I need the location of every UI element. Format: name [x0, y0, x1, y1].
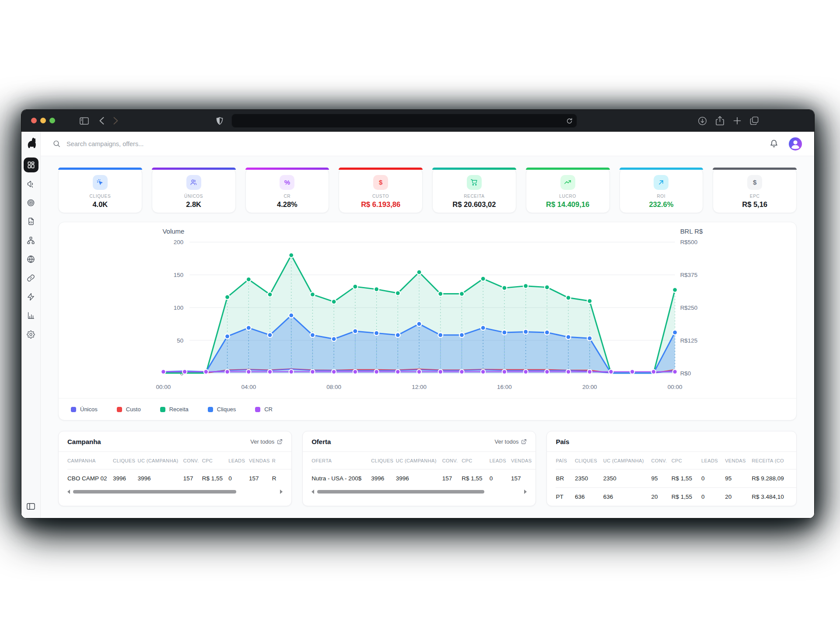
sidebar-item-automation[interactable] [24, 289, 38, 304]
scroll-left-icon[interactable] [67, 490, 70, 494]
sidebar-item-flows[interactable] [24, 233, 38, 248]
legend-item-cliques[interactable]: Cliques [208, 406, 236, 413]
table-cell: 636 [603, 488, 651, 506]
kpi-card-roi[interactable]: ROI232.6% [620, 168, 704, 213]
kpi-value: 232.6% [649, 200, 673, 209]
sidebar-item-reports[interactable] [24, 308, 38, 323]
table-cell: 2350 [575, 469, 603, 488]
browser-sidebar-toggle-icon[interactable] [77, 110, 91, 132]
zoom-window-button[interactable] [49, 118, 55, 123]
column-header: CLIQUES [113, 452, 137, 469]
search-input[interactable] [66, 140, 329, 147]
table-cell: 0 [701, 469, 725, 488]
table-cell: R$ 3.484,10 [752, 488, 796, 506]
table-row[interactable]: PT63663620R$ 1,55020R$ 3.484,10 [556, 488, 796, 506]
column-header: LEADS [228, 452, 249, 469]
table-cell: R$ 9.288,09 [752, 469, 796, 488]
column-header: CONV. [442, 452, 462, 469]
table-row[interactable]: BR2350235095R$ 1,55095R$ 9.288,09 [556, 469, 796, 488]
sidebar-item-links[interactable] [24, 270, 38, 285]
legend-item-únicos[interactable]: Únicos [71, 406, 98, 413]
scrollbar-track[interactable] [73, 490, 277, 494]
svg-text:04:00: 04:00 [241, 384, 256, 390]
kpi-card-cr[interactable]: %CR4.28% [245, 168, 329, 213]
scroll-right-icon[interactable] [524, 490, 527, 494]
bell-icon[interactable] [770, 139, 778, 148]
sidebar-item-settings[interactable] [24, 327, 38, 342]
kpi-card-epc[interactable]: $EPCR$ 5,16 [713, 168, 797, 213]
arrow-up-right-icon [654, 175, 668, 190]
users-icon [186, 175, 201, 190]
table-row[interactable]: Nutra - USA - 200$39963996157R$ 1,550157 [312, 469, 536, 488]
traffic-chart: VolumeBRL R$0R$050R$125100R$250150R$3752… [59, 222, 796, 398]
kpi-card-receita[interactable]: RECEITAR$ 20.603,02 [432, 168, 516, 213]
column-header: VENDAS [725, 452, 752, 469]
address-bar[interactable] [231, 114, 577, 128]
legend-item-cr[interactable]: CR [255, 406, 273, 413]
new-tab-icon[interactable] [730, 110, 744, 132]
external-link-icon [277, 439, 283, 444]
kpi-value: 4.28% [277, 200, 298, 209]
kpi-label: CUSTO [372, 194, 389, 199]
kpi-card-custo[interactable]: $CUSTOR$ 6.193,86 [339, 168, 423, 213]
table-cell: R$ 1,55 [672, 488, 701, 506]
legend-swatch [208, 407, 213, 412]
sidebar-item-dashboard[interactable] [24, 158, 38, 172]
table-cell: 157 [249, 469, 272, 488]
kpi-label: ÚNICOS [184, 194, 203, 199]
column-header: CONV. [183, 452, 202, 469]
scrollbar-thumb[interactable] [73, 490, 236, 494]
table-row[interactable]: CBO CAMP 0239963996157R$ 1,550157R [67, 469, 291, 488]
tables-row: CampanhaVer todos CAMPANHACLIQUESUC (CAM… [58, 431, 797, 506]
table-title: Oferta [312, 438, 331, 445]
table-cell: 157 [442, 469, 462, 488]
ver-todos-link[interactable]: Ver todos [250, 438, 283, 445]
dog-logo-icon[interactable] [25, 137, 37, 149]
back-icon[interactable] [95, 110, 108, 132]
table-card-campanha: CampanhaVer todos CAMPANHACLIQUESUC (CAM… [58, 431, 292, 506]
share-icon[interactable] [713, 110, 727, 132]
legend-item-receita[interactable]: Receita [160, 406, 189, 413]
sidebar-item-offers[interactable] [24, 195, 38, 210]
scrollbar-track[interactable] [317, 490, 521, 494]
svg-text:100: 100 [174, 304, 183, 311]
kpi-card-cliques[interactable]: CLIQUES4.0K [58, 168, 142, 213]
svg-text:00:00: 00:00 [668, 384, 682, 390]
kpi-card-lucro[interactable]: LUCROR$ 14.409,16 [526, 168, 610, 213]
svg-text:R$250: R$250 [680, 304, 698, 311]
legend-label: Únicos [80, 406, 98, 413]
sidebar-item-domains[interactable] [24, 252, 38, 266]
kpi-accent-bar [245, 168, 329, 170]
sidebar-item-landing-pages[interactable] [24, 214, 38, 229]
legend-item-custo[interactable]: Custo [117, 406, 141, 413]
reload-icon[interactable] [562, 114, 577, 127]
scroll-right-icon[interactable] [280, 490, 283, 494]
table-cell: 0 [228, 469, 249, 488]
sidebar-collapse-icon[interactable] [27, 503, 35, 512]
scrollbar-thumb[interactable] [317, 490, 484, 494]
table-title: Campanha [67, 438, 101, 445]
legend-label: Custo [126, 406, 141, 413]
minimize-window-button[interactable] [40, 118, 46, 123]
kpi-label: CR [284, 194, 290, 199]
avatar[interactable] [789, 137, 802, 150]
sidebar-item-campaigns[interactable] [24, 176, 38, 191]
app-sidebar [21, 132, 41, 518]
kpi-accent-bar [713, 168, 797, 170]
scroll-left-icon[interactable] [312, 490, 314, 494]
table-cell: 0 [490, 469, 511, 488]
svg-text:00:00: 00:00 [156, 384, 171, 390]
kpi-card-únicos[interactable]: ÚNICOS2.8K [152, 168, 236, 213]
dollar-icon: $ [747, 175, 762, 190]
forward-icon[interactable] [109, 110, 122, 132]
ver-todos-link[interactable]: Ver todos [494, 438, 527, 445]
tab-overview-icon[interactable] [747, 110, 762, 132]
download-icon[interactable] [695, 110, 709, 132]
browser-window: CLIQUES4.0KÚNICOS2.8K%CR4.28%$CUSTOR$ 6.… [21, 109, 815, 518]
svg-text:BRL R$: BRL R$ [680, 228, 703, 235]
table-cell: R$ 1,55 [202, 469, 228, 488]
column-header: CLIQUES [371, 452, 396, 469]
close-window-button[interactable] [31, 118, 37, 123]
trend-up-icon [560, 175, 575, 190]
kpi-value: 4.0K [92, 200, 108, 209]
